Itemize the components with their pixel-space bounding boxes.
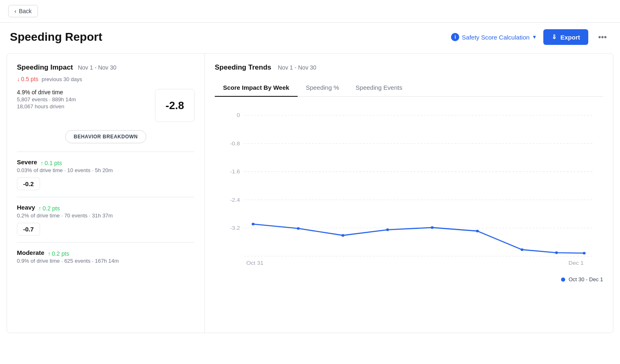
arrow-up-icon-3: ↑ [48, 250, 51, 257]
severe-header: Severe ↑ 0.1 pts [17, 159, 195, 167]
arrow-up-icon: ↑ [40, 160, 43, 166]
legend-dot [561, 278, 565, 282]
impact-title: Speeding Impact [17, 63, 73, 71]
behavior-breakdown-button[interactable]: BEHAVIOR BREAKDOWN [65, 130, 146, 143]
events-duration: 5,807 events · 889h 14m [17, 96, 76, 103]
score-impact-chart: 0 -0.8 -1.6 -2.4 -3.2 Oct 31 Dec 1 [215, 107, 603, 271]
header-actions: i Safety Score Calculation ▼ ⇓ Export ••… [451, 29, 610, 45]
trends-date-range: Nov 1 - Nov 30 [278, 64, 316, 71]
svg-text:0: 0 [237, 112, 240, 118]
svg-text:-2.4: -2.4 [230, 197, 240, 203]
heavy-title: Heavy [17, 204, 35, 211]
severe-score: -0.2 [23, 180, 34, 187]
svg-text:Dec 1: Dec 1 [568, 260, 584, 266]
impact-date-range: Nov 1 - Nov 30 [78, 64, 116, 71]
legend-label: Oct 30 - Dec 1 [568, 276, 603, 282]
total-score-box: -2.8 [155, 89, 195, 122]
delta-negative: ↓ 0.5 pts [17, 76, 38, 82]
chart-dot-9 [583, 252, 586, 254]
safety-score-label: Safety Score Calculation [462, 34, 529, 41]
info-icon: i [451, 33, 459, 41]
back-button[interactable]: ‹ Back [8, 5, 38, 17]
behavior-severe: Severe ↑ 0.1 pts 0.03% of drive time · 1… [17, 159, 195, 190]
tab-speeding-events[interactable]: Speeding Events [348, 80, 411, 97]
delta-label: previous 30 days [42, 76, 82, 82]
svg-text:Oct 31: Oct 31 [247, 260, 264, 266]
svg-text:-3.2: -3.2 [230, 225, 240, 231]
heavy-sub: 0.2% of drive time · 70 events · 31h 37m [17, 212, 195, 219]
behavior-moderate: Moderate ↑ 0.2 pts 0.9% of drive time · … [17, 249, 195, 264]
duration: 889h 14m [52, 96, 76, 103]
chart-dot-7 [521, 248, 524, 251]
severe-sub: 0.03% of drive time · 10 events · 5h 20m [17, 167, 195, 173]
chart-dot-3 [341, 234, 344, 236]
chart-line [253, 224, 584, 253]
heavy-delta-value: 0.2 pts [42, 205, 60, 212]
back-arrow-icon: ‹ [14, 8, 16, 14]
trends-header: Speeding Trends Nov 1 - Nov 30 [215, 63, 603, 72]
back-label: Back [19, 8, 32, 14]
moderate-sub: 0.9% of drive time · 625 events · 167h 1… [17, 258, 195, 264]
delta-row: ↓ 0.5 pts previous 30 days [17, 76, 195, 82]
divider-3 [17, 242, 195, 243]
chart-dot-6 [476, 230, 479, 232]
severe-score-box: -0.2 [17, 177, 40, 190]
impact-header: Speeding Impact Nov 1 - Nov 30 [17, 63, 195, 72]
heavy-header: Heavy ↑ 0.2 pts [17, 204, 195, 212]
events: 5,807 events [17, 96, 47, 103]
export-button[interactable]: ⇓ Export [543, 29, 588, 45]
tab-score-impact[interactable]: Score Impact By Week [215, 80, 298, 97]
total-score: -2.8 [166, 99, 184, 112]
chart-legend: Oct 30 - Dec 1 [215, 276, 603, 282]
trends-title: Speeding Trends [215, 63, 271, 72]
arrow-down-icon: ↓ [17, 76, 20, 82]
more-options-button[interactable]: ••• [595, 31, 610, 44]
chevron-down-icon: ▼ [532, 34, 537, 40]
stats-text: 4.9% of drive time 5,807 events · 889h 1… [17, 89, 76, 110]
moderate-header: Moderate ↑ 0.2 pts [17, 249, 195, 258]
main-content: Speeding Impact Nov 1 - Nov 30 ↓ 0.5 pts… [7, 53, 613, 333]
download-icon: ⇓ [552, 33, 557, 41]
delta-value: 0.5 pts [21, 76, 38, 82]
stats-row: 4.9% of drive time 5,807 events · 889h 1… [17, 89, 195, 122]
left-panel: Speeding Impact Nov 1 - Nov 30 ↓ 0.5 pts… [7, 54, 205, 333]
severe-delta-value: 0.1 pts [45, 160, 62, 166]
hours-driven: 18,067 hours driven [17, 103, 76, 110]
svg-text:-1.6: -1.6 [230, 169, 240, 175]
safety-score-button[interactable]: i Safety Score Calculation ▼ [451, 33, 537, 41]
chart-dot-8 [555, 252, 558, 254]
severe-title: Severe [17, 159, 37, 166]
tab-speeding-pct[interactable]: Speeding % [298, 80, 348, 97]
arrow-up-icon-2: ↑ [38, 205, 41, 212]
more-icon: ••• [598, 33, 607, 42]
chart-dot-4 [386, 229, 389, 231]
chart-tabs: Score Impact By Week Speeding % Speeding… [215, 80, 603, 97]
divider-1 [17, 152, 195, 152]
drive-pct: 4.9% of drive time [17, 89, 76, 96]
chart-container: 0 -0.8 -1.6 -2.4 -3.2 Oct 31 Dec 1 [215, 107, 603, 271]
divider-2 [17, 197, 195, 197]
heavy-delta: ↑ 0.2 pts [38, 205, 60, 212]
moderate-delta: ↑ 0.2 pts [48, 250, 69, 257]
moderate-delta-value: 0.2 pts [52, 250, 69, 257]
svg-text:-0.8: -0.8 [230, 140, 240, 146]
behavior-heavy: Heavy ↑ 0.2 pts 0.2% of drive time · 70 … [17, 204, 195, 236]
export-label: Export [560, 34, 580, 41]
page-title: Speeding Report [10, 30, 102, 44]
chart-dot-5 [431, 226, 434, 229]
moderate-title: Moderate [17, 249, 45, 256]
severe-delta: ↑ 0.1 pts [40, 160, 62, 166]
chart-dot-2 [297, 227, 300, 230]
right-panel: Speeding Trends Nov 1 - Nov 30 Score Imp… [205, 54, 613, 333]
heavy-score-box: -0.7 [17, 223, 40, 236]
chart-dot-1 [251, 223, 254, 225]
heavy-score: -0.7 [23, 226, 34, 233]
